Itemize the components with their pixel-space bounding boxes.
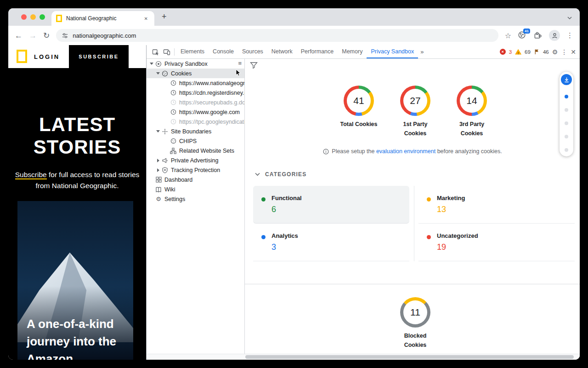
tree-item-cookie-url[interactable]: https://tpc.googlesyndication.com <box>147 117 244 126</box>
devtools-menu-icon[interactable]: ⋮ <box>561 49 567 55</box>
nav-dot[interactable] <box>565 148 568 152</box>
minimize-window-button[interactable] <box>30 14 36 20</box>
category-uncategorized[interactable]: Uncategorized 19 <box>418 224 575 261</box>
cookie-extension-button[interactable]: 41 <box>518 31 527 40</box>
inspect-element-icon[interactable] <box>150 48 161 56</box>
expander-icon[interactable] <box>155 168 161 172</box>
tree-label: Related Website Sets <box>179 148 234 154</box>
floating-toolbar <box>560 72 573 156</box>
profile-avatar[interactable] <box>549 30 560 41</box>
tree-item-cookie-url[interactable]: https://www.nationalgeographic.com <box>147 78 244 88</box>
site-settings-icon[interactable] <box>62 32 68 39</box>
warning-icon[interactable]: ! <box>515 49 521 55</box>
issues-flag-icon[interactable] <box>534 49 540 55</box>
error-icon[interactable]: ✕ <box>500 49 506 55</box>
tab-performance[interactable]: Performance <box>297 45 338 58</box>
tree-label: Site Boundaries <box>171 128 211 135</box>
horizontal-scrollbar[interactable] <box>147 354 580 360</box>
tree-label: CHIPS <box>179 138 197 144</box>
category-count: 3 <box>271 242 276 252</box>
browser-tab[interactable]: National Geographic ✕ <box>51 11 154 26</box>
tree-collapse-icon[interactable]: ≡ <box>238 60 242 67</box>
device-toolbar-icon[interactable] <box>161 48 172 56</box>
site-boundaries-icon <box>161 128 169 135</box>
new-tab-button[interactable]: + <box>162 12 167 22</box>
tree-item-related-website-sets[interactable]: Related Website Sets <box>147 146 244 155</box>
tree-label: Settings <box>164 196 185 202</box>
address-bar[interactable]: nationalgeographic.com <box>56 29 498 42</box>
forward-icon[interactable]: → <box>29 32 37 40</box>
subscribe-button[interactable]: SUBSCRIBE <box>69 45 129 68</box>
tree-item-wiki[interactable]: Wiki <box>147 184 244 194</box>
reload-icon[interactable]: ↻ <box>43 32 50 40</box>
back-icon[interactable]: ← <box>15 32 23 40</box>
category-dot <box>427 197 431 201</box>
tree-label: Private Advertising <box>171 157 219 164</box>
evaluation-environment-link[interactable]: evaluation environment <box>376 148 435 155</box>
tree-item-privacy-sandbox[interactable]: Privacy Sandbox ≡ <box>147 59 244 69</box>
tree-item-chips[interactable]: CHIPS <box>147 136 244 146</box>
third-party-cookies-value: 14 <box>466 95 477 106</box>
tab-privacy-sandbox[interactable]: Privacy Sandbox <box>367 45 418 58</box>
tab-close-icon[interactable]: ✕ <box>142 15 150 22</box>
nav-dot[interactable] <box>565 108 568 112</box>
tree-item-dashboard[interactable]: Dashboard <box>147 175 244 184</box>
tree-item-private-advertising[interactable]: Private Advertising <box>147 155 244 165</box>
tab-elements[interactable]: Elements <box>176 45 209 58</box>
expander-icon[interactable] <box>148 63 155 65</box>
tab-search-chevron-icon[interactable] <box>567 14 572 23</box>
nav-dot[interactable] <box>565 135 568 138</box>
scrollbar-thumb[interactable] <box>245 355 574 359</box>
tab-console[interactable]: Console <box>209 45 238 58</box>
tree-item-settings[interactable]: ⚙ Settings <box>147 194 244 204</box>
category-count: 13 <box>437 205 446 214</box>
third-party-cookies-donut: 14 <box>457 86 487 116</box>
hero-caption[interactable]: A one-of-a-kind journey into the Amazon <box>27 315 131 360</box>
tree-item-cookie-url[interactable]: https://securepubads.g.doubleclick.net <box>147 98 244 107</box>
nav-dot[interactable] <box>565 121 568 125</box>
bookmark-star-icon[interactable]: ☆ <box>505 31 511 40</box>
tab-network[interactable]: Network <box>267 45 297 58</box>
tree-item-site-boundaries[interactable]: Site Boundaries <box>147 126 244 136</box>
expander-icon[interactable] <box>155 159 161 162</box>
expander-icon[interactable] <box>155 130 161 132</box>
subscribe-link[interactable]: Subscribe <box>15 171 47 179</box>
privacy-sandbox-icon <box>155 61 162 67</box>
categories-section-header[interactable]: CATEGORIES <box>255 171 306 178</box>
category-analytics[interactable]: Analytics 3 <box>253 224 409 261</box>
download-button[interactable] <box>561 74 572 85</box>
nav-dot[interactable] <box>565 95 568 98</box>
chevron-down-icon[interactable] <box>255 172 260 176</box>
close-window-button[interactable] <box>21 14 27 20</box>
category-marketing[interactable]: Marketing 13 <box>418 186 575 224</box>
info-prefix: Please setup the <box>332 148 376 155</box>
tree-label: Privacy Sandbox <box>164 61 208 67</box>
more-tabs-icon[interactable]: » <box>418 48 426 55</box>
maximize-window-button[interactable] <box>40 14 45 20</box>
login-link[interactable]: LOGIN <box>34 53 60 60</box>
tab-sources[interactable]: Sources <box>238 45 267 58</box>
natgeo-logo[interactable] <box>17 50 27 63</box>
category-functional[interactable]: Functional 6 <box>253 186 409 224</box>
expander-icon[interactable] <box>155 72 161 75</box>
shield-icon <box>161 167 169 173</box>
browser-window: National Geographic ✕ + ← → ↻ nationalge… <box>8 8 580 360</box>
filter-funnel-icon[interactable] <box>250 62 258 69</box>
extension-badge: 41 <box>523 29 530 34</box>
clock-icon <box>170 90 177 96</box>
category-label: Uncategorized <box>437 232 478 239</box>
category-dot <box>261 235 266 239</box>
cookie-url-label: https://www.google.com <box>179 109 240 115</box>
tree-item-tracking-protection[interactable]: Tracking Protection <box>147 165 244 175</box>
browser-menu-icon[interactable]: ⋮ <box>566 31 573 40</box>
tree-item-cookie-url[interactable]: https://www.google.com <box>147 107 244 117</box>
devtools-close-icon[interactable]: ✕ <box>571 49 576 55</box>
tree-item-cookies[interactable]: Cookies <box>147 69 244 78</box>
extensions-puzzle-icon[interactable] <box>533 31 543 40</box>
promo-rest: for full access to read stories from Nat… <box>36 171 140 190</box>
tree-item-cookie-url[interactable]: https://cdn.registerdisney.go.com <box>147 88 244 98</box>
hero-story-card[interactable]: A one-of-a-kind journey into the Amazon <box>17 201 133 360</box>
chips-cookie-icon <box>170 138 177 144</box>
devtools-settings-icon[interactable]: ⚙ <box>552 49 558 55</box>
tab-memory[interactable]: Memory <box>338 45 367 58</box>
